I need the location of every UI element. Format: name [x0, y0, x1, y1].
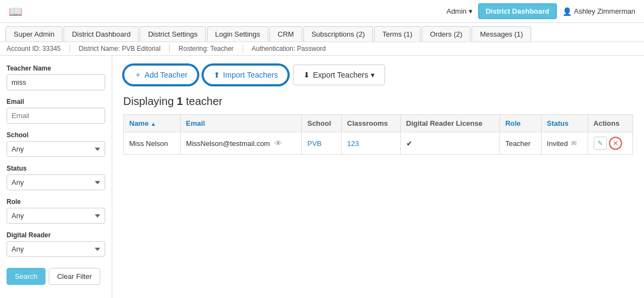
tab-super-admin[interactable]: Super Admin	[5, 26, 62, 42]
eye-icon[interactable]: 👁	[274, 139, 282, 148]
tab-bar: Super Admin District Dashboard District …	[0, 23, 644, 42]
download-icon: ⬇	[303, 71, 310, 79]
col-header-name[interactable]: Name ▲	[124, 115, 181, 132]
col-header-school: School	[302, 115, 342, 132]
cell-status: Invited ✉	[541, 132, 588, 155]
cell-actions: ✎ ✕	[588, 132, 633, 155]
export-chevron-icon: ▾	[371, 71, 375, 79]
teacher-name-field: Teacher Name	[7, 65, 105, 90]
mail-icon[interactable]: ✉	[571, 139, 577, 147]
tab-messages[interactable]: Messages (1)	[472, 26, 531, 42]
email-value: MissNelson@testmail.com	[186, 139, 270, 148]
action-buttons: ＋ Add Teacher ⬆ Import Teachers ⬇ Export…	[123, 65, 633, 85]
sidebar-buttons: Search Clear Filter	[7, 268, 105, 285]
tab-login-settings[interactable]: Login Settings	[207, 26, 268, 42]
content-area: ＋ Add Teacher ⬆ Import Teachers ⬇ Export…	[112, 56, 644, 298]
edit-icon: ✎	[597, 139, 603, 147]
displaying-after: teacher	[183, 95, 222, 107]
import-teachers-label: Import Teachers	[223, 71, 278, 79]
import-teachers-button[interactable]: ⬆ Import Teachers	[203, 65, 289, 85]
export-teachers-label: Export Teachers	[313, 71, 368, 79]
displaying-text: Displaying 1 teacher	[123, 95, 633, 108]
cell-role: Teacher	[499, 132, 541, 155]
authentication: Authentication: Password	[252, 45, 335, 52]
role-select[interactable]: Any	[7, 208, 105, 224]
user-menu[interactable]: Ashley Zimmerman	[562, 7, 635, 16]
sidebar: Teacher Name Email School Any Status Any…	[0, 56, 112, 298]
col-header-status[interactable]: Status	[541, 115, 588, 132]
district-name: District Name: PVB Editorial	[79, 45, 170, 52]
cell-classrooms: 123	[341, 132, 400, 155]
digital-reader-label: Digital Reader	[7, 231, 105, 239]
tab-district-dashboard[interactable]: District Dashboard	[64, 26, 139, 42]
tab-subscriptions[interactable]: Subscriptions (2)	[303, 26, 373, 42]
sort-arrow-name: ▲	[151, 121, 156, 127]
digital-reader-select[interactable]: Any	[7, 241, 105, 257]
status-select[interactable]: Any	[7, 174, 105, 190]
delete-icon: ✕	[613, 139, 618, 147]
tab-district-settings[interactable]: District Settings	[140, 26, 205, 42]
clear-filter-button[interactable]: Clear Filter	[49, 268, 100, 285]
digital-reader-field: Digital Reader Any	[7, 231, 105, 257]
cell-school: PVB	[302, 132, 342, 155]
info-bar: Account ID: 33345 District Name: PVB Edi…	[0, 42, 644, 56]
teacher-name-input[interactable]	[7, 74, 105, 90]
tab-crm[interactable]: CRM	[269, 26, 302, 42]
cell-digital-reader: ✔	[400, 132, 499, 155]
school-field: School Any	[7, 131, 105, 157]
search-button[interactable]: Search	[7, 268, 45, 285]
col-header-email[interactable]: Email	[180, 115, 302, 132]
edit-button[interactable]: ✎	[594, 137, 607, 150]
table-header-row: Name ▲ Email School Classrooms Digital R…	[124, 115, 633, 132]
upload-icon: ⬆	[214, 71, 220, 79]
admin-dropdown[interactable]: Admin	[446, 7, 472, 15]
status-label: Status	[7, 165, 105, 172]
col-header-classrooms: Classrooms	[341, 115, 400, 132]
cell-email: MissNelson@testmail.com 👁	[180, 132, 302, 155]
displaying-count: 1	[177, 95, 183, 107]
col-header-role[interactable]: Role	[499, 115, 541, 132]
col-header-digital-reader: Digital Reader License	[400, 115, 499, 132]
status-field: Status Any	[7, 165, 105, 190]
plus-icon: ＋	[134, 70, 142, 80]
account-id: Account ID: 33345	[7, 45, 70, 52]
school-select[interactable]: Any	[7, 141, 105, 157]
add-teacher-label: Add Teacher	[145, 71, 187, 79]
displaying-before: Displaying	[123, 95, 177, 107]
teachers-table: Name ▲ Email School Classrooms Digital R…	[123, 114, 633, 155]
school-label: School	[7, 131, 105, 139]
top-navigation: 📖 Admin District Dashboard Ashley Zimmer…	[0, 0, 644, 23]
col-header-actions: Actions	[588, 115, 633, 132]
export-teachers-button[interactable]: ⬇ Export Teachers ▾	[293, 65, 385, 85]
tab-terms[interactable]: Terms (1)	[374, 26, 421, 42]
app-logo: 📖	[9, 5, 22, 18]
role-label: Role	[7, 198, 105, 206]
email-input[interactable]	[7, 108, 105, 124]
school-link[interactable]: PVB	[307, 139, 321, 148]
rostering: Rostering: Teacher	[179, 45, 243, 52]
classrooms-link[interactable]: 123	[347, 139, 359, 148]
tab-orders[interactable]: Orders (2)	[422, 26, 470, 42]
email-field: Email	[7, 98, 105, 124]
status-text: Invited	[547, 139, 568, 148]
delete-button[interactable]: ✕	[609, 137, 622, 150]
cell-name: Miss Nelson	[124, 132, 181, 155]
role-field: Role Any	[7, 198, 105, 224]
table-row: Miss Nelson MissNelson@testmail.com 👁 PV…	[124, 132, 633, 155]
email-label: Email	[7, 98, 105, 106]
teacher-name-label: Teacher Name	[7, 65, 105, 72]
district-dashboard-button[interactable]: District Dashboard	[478, 3, 557, 19]
main-layout: Teacher Name Email School Any Status Any…	[0, 56, 644, 298]
add-teacher-button[interactable]: ＋ Add Teacher	[123, 65, 198, 85]
